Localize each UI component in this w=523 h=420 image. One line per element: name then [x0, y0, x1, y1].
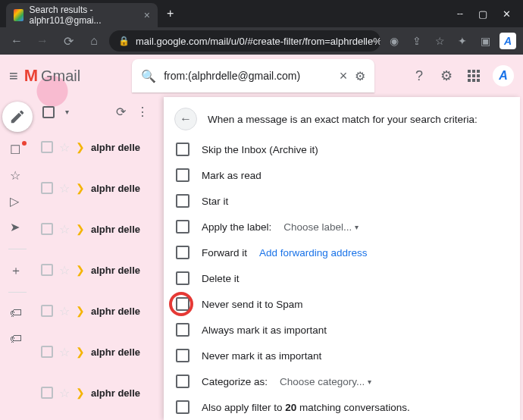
checkbox-star[interactable] [176, 194, 189, 208]
mail-row[interactable]: ☆❯alphr delle [35, 331, 156, 372]
star-icon[interactable]: ☆ [59, 140, 70, 155]
rail-separator [8, 292, 27, 293]
checkbox-also-apply[interactable] [176, 400, 189, 414]
row-from: alphr delle [91, 183, 140, 194]
opt-apply-label: Apply the label: [202, 221, 271, 233]
select-caret-icon[interactable]: ▾ [65, 108, 69, 116]
minimize-icon[interactable]: ╌ [457, 8, 463, 20]
shield-icon[interactable]: ▣ [476, 32, 494, 50]
important-icon[interactable]: ❯ [76, 387, 85, 399]
row-from: alphr delle [91, 142, 140, 153]
choose-label-dropdown[interactable]: Choose label...▾ [283, 221, 359, 233]
checkbox-mark-read[interactable] [176, 168, 189, 182]
address-input[interactable]: 🔒 mail.google.com/mail/u/0/#create-filte… [109, 30, 381, 52]
browser-tab[interactable]: Search results - alphr101@gmai... × [6, 3, 158, 27]
add-forwarding-link[interactable]: Add forwarding address [259, 247, 368, 259]
home-icon[interactable]: ⌂ [83, 30, 105, 52]
chevron-down-icon: ▾ [355, 223, 359, 231]
support-icon[interactable]: ? [411, 67, 427, 84]
pencil-icon [9, 108, 26, 125]
panel-title: When a message is an exact match for you… [208, 114, 478, 125]
mail-row[interactable]: ☆❯alphr delle [35, 208, 156, 249]
back-icon[interactable]: ← [6, 30, 27, 52]
mail-row[interactable]: ☆❯alphr delle [35, 249, 156, 290]
checkbox-delete[interactable] [176, 271, 189, 285]
search-box: 🔍 × ⚙ [132, 59, 374, 92]
choose-category-dropdown[interactable]: Choose category...▾ [280, 376, 371, 387]
refresh-icon[interactable]: ⟳ [116, 105, 126, 119]
gmail-favicon [14, 9, 23, 21]
star-icon[interactable]: ☆ [59, 263, 70, 277]
checkbox-always-important[interactable] [176, 323, 189, 337]
row-checkbox[interactable] [41, 264, 53, 276]
important-icon[interactable]: ❯ [76, 305, 85, 317]
important-icon[interactable]: ❯ [76, 223, 85, 235]
label-rail-icon[interactable]: 🏷 [10, 306, 25, 321]
important-icon[interactable]: ❯ [76, 346, 85, 358]
alphr-extension[interactable]: A [499, 32, 517, 50]
mail-list: ▾ ⟳ ⋮ ☆❯alphr delle☆❯alphr delle☆❯alphr … [35, 97, 156, 420]
account-avatar[interactable]: A [493, 65, 514, 86]
checkbox-categorize[interactable] [176, 375, 189, 388]
star-icon[interactable]: ☆ [59, 304, 70, 318]
mail-row[interactable]: ☆❯alphr delle [35, 372, 156, 413]
row-checkbox[interactable] [41, 182, 53, 194]
more-icon[interactable]: ⋮ [136, 105, 149, 119]
share-icon[interactable]: ⇪ [408, 32, 426, 50]
eye-icon[interactable]: ◉ [385, 32, 403, 50]
clear-search-icon[interactable]: × [340, 68, 348, 84]
row-from: alphr delle [91, 224, 140, 235]
close-window-icon[interactable]: ✕ [503, 8, 511, 20]
checkbox-skip-inbox[interactable] [176, 143, 189, 156]
forward-icon[interactable]: → [32, 30, 53, 52]
important-icon[interactable]: ❯ [76, 141, 85, 153]
star-icon[interactable]: ☆ [59, 181, 70, 196]
star-icon[interactable]: ☆ [59, 386, 70, 400]
star-icon[interactable]: ☆ [59, 345, 70, 359]
close-tab-icon[interactable]: × [144, 9, 150, 21]
starred-rail-icon[interactable]: ☆ [10, 168, 25, 183]
opt-mark-read: Mark as read [202, 170, 262, 181]
row-checkbox[interactable] [41, 346, 53, 358]
row-checkbox[interactable] [41, 223, 53, 235]
new-tab-button[interactable]: + [167, 7, 174, 20]
row-checkbox[interactable] [41, 387, 53, 399]
search-options-icon[interactable]: ⚙ [355, 69, 365, 83]
checkbox-never-spam[interactable] [176, 297, 189, 311]
reload-icon[interactable]: ⟳ [58, 30, 79, 52]
opt-star: Star it [202, 196, 228, 207]
compose-button[interactable] [2, 102, 33, 132]
label-rail-icon[interactable]: 🏷 [10, 332, 25, 347]
mail-row[interactable]: ☆❯alphr delle [35, 168, 156, 208]
checkbox-never-important[interactable] [176, 349, 189, 362]
important-icon[interactable]: ❯ [76, 182, 85, 194]
new-meeting-icon[interactable]: ＋ [10, 263, 25, 278]
search-icon[interactable]: 🔍 [141, 69, 156, 83]
extensions-icon[interactable]: ✦ [453, 32, 471, 50]
row-checkbox[interactable] [41, 305, 53, 317]
snoozed-rail-icon[interactable]: ▷ [10, 194, 25, 209]
mail-row[interactable]: ☆❯alphr delle [35, 127, 156, 168]
row-checkbox[interactable] [41, 141, 53, 153]
opt-also-apply: Also apply filter to 20 matching convers… [202, 402, 410, 413]
create-filter-panel: ← When a message is an exact match for y… [164, 97, 520, 420]
star-icon[interactable]: ☆ [59, 222, 70, 237]
select-all-checkbox[interactable] [42, 106, 55, 118]
checkbox-forward[interactable] [176, 246, 189, 259]
panel-back-button[interactable]: ← [174, 108, 197, 130]
search-input[interactable] [164, 70, 331, 82]
gmail-logo[interactable]: M Gmail [24, 66, 81, 86]
mail-row[interactable]: ☆❯alphr delle [35, 290, 156, 331]
important-icon[interactable]: ❯ [76, 264, 85, 276]
inbox-rail-icon[interactable]: ☐ [10, 143, 25, 158]
sent-rail-icon[interactable]: ➤ [10, 220, 25, 235]
star-icon[interactable]: ☆ [431, 32, 449, 50]
settings-icon[interactable]: ⚙ [438, 67, 455, 84]
main-menu-icon[interactable]: ≡ [9, 67, 18, 85]
apps-icon[interactable] [465, 67, 482, 84]
checkbox-apply-label[interactable] [176, 220, 189, 234]
maximize-icon[interactable]: ▢ [478, 8, 487, 20]
mail-row[interactable]: ☆❯alphr delle [35, 413, 156, 420]
gmail-header: ≡ M Gmail 🔍 × ⚙ ? ⚙ A [0, 55, 523, 97]
gmail-brand: Gmail [41, 67, 80, 85]
